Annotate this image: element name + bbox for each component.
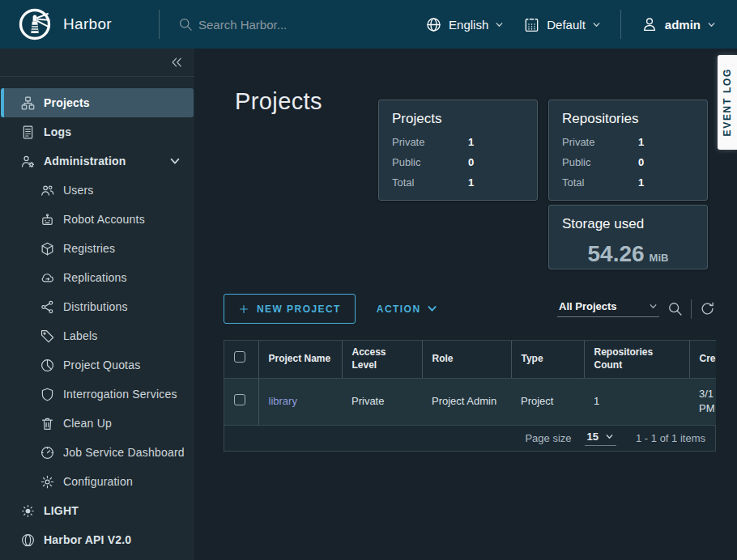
harbor-lighthouse-icon (18, 7, 52, 41)
sidebar-item-label: Project Quotas (63, 358, 140, 371)
collapse-double-chevron-icon (169, 55, 184, 70)
sidebar-item-job-service-dashboard[interactable]: Job Service Dashboard (1, 438, 194, 467)
stat-row: Total 1 (379, 176, 537, 189)
sidebar-item-label: Interrogation Services (63, 388, 177, 401)
projects-table: Project Name Access Level Role Type Repo… (224, 341, 716, 426)
row-checkbox[interactable] (234, 394, 245, 405)
cube-icon (40, 241, 55, 257)
new-project-button[interactable]: NEW PROJECT (224, 294, 356, 324)
sidebar-item-robot-accounts[interactable]: Robot Accounts (1, 205, 194, 234)
column-header-access-level[interactable]: Access Level (342, 341, 422, 378)
sidebar-nav: Projects Logs Administration Users (0, 77, 194, 554)
cloud-icon (40, 270, 55, 286)
row-select-cell (224, 378, 258, 425)
search-icon (177, 16, 194, 32)
user-label: admin (665, 18, 701, 32)
chevron-down-icon (592, 20, 601, 29)
admin-user-gear-icon (20, 154, 36, 169)
sidebar-item-label: Configuration (63, 475, 133, 488)
action-dropdown-button[interactable]: ACTION (377, 303, 437, 315)
project-link[interactable]: library (269, 395, 297, 407)
toolbar-divider (691, 299, 692, 319)
shield-icon (40, 387, 55, 402)
sidebar-item-label: Labels (63, 329, 97, 342)
table-row: library Private Project Admin Project 1 … (224, 378, 716, 425)
sidebar-item-label: Administration (44, 155, 126, 168)
sidebar-item-label: Registries (63, 242, 115, 255)
column-header-repositories-count[interactable]: Repositories Count (584, 341, 689, 378)
sidebar-item-labels[interactable]: Labels (1, 321, 194, 350)
chevron-down-icon (649, 302, 658, 311)
calendar-grid-icon (523, 16, 540, 33)
sidebar-item-label: Harbor API V2.0 (44, 533, 131, 546)
column-header-creation-time[interactable]: Cre (689, 341, 716, 378)
chevron-down-icon (605, 432, 614, 441)
refresh-button[interactable] (699, 300, 716, 317)
share-icon (40, 299, 55, 315)
stat-row: Private 1 (379, 136, 537, 148)
sidebar-collapse-button[interactable] (0, 49, 194, 77)
plus-icon (238, 303, 249, 315)
sidebar-item-project-quotas[interactable]: Project Quotas (1, 350, 194, 380)
column-header-role[interactable]: Role (422, 341, 511, 378)
datagrid-footer: Page size 15 1 - 1 of 1 items (224, 426, 716, 452)
storage-summary-card: Storage used 54.26MiB (548, 205, 708, 269)
repositories-summary-card: Repositories Private 1 Public 0 Total 1 (548, 100, 708, 201)
stat-row: Private 1 (549, 136, 707, 148)
user-menu[interactable]: admin (641, 15, 716, 33)
cell-type: Project (511, 378, 584, 425)
project-filter-select[interactable]: All Projects (557, 300, 659, 317)
sidebar-item-logs[interactable]: Logs (1, 117, 194, 146)
sidebar-item-projects[interactable]: Projects (1, 88, 194, 117)
sidebar-item-replications[interactable]: Replications (1, 263, 194, 292)
sidebar-item-administration[interactable]: Administration (1, 146, 194, 176)
sidebar: Projects Logs Administration Users (0, 49, 194, 560)
language-label: English (449, 18, 488, 32)
brand[interactable]: Harbor (0, 7, 159, 41)
header-actions: English Default admin (425, 10, 737, 39)
header-divider (159, 10, 160, 39)
sidebar-item-interrogation-services[interactable]: Interrogation Services (1, 380, 194, 409)
cell-role: Project Admin (422, 378, 511, 425)
sidebar-item-label: Job Service Dashboard (63, 446, 185, 459)
event-log-tab[interactable]: EVENT LOG (718, 55, 737, 150)
stat-row: Total 1 (549, 176, 707, 189)
sidebar-item-harbor-api[interactable]: Harbor API V2.0 (1, 525, 194, 554)
header-search (177, 16, 425, 32)
page-size-select[interactable]: 15 (585, 431, 616, 446)
projects-toolbar: NEW PROJECT ACTION All Projects (224, 294, 716, 324)
search-icon (667, 300, 684, 317)
toolbar-right: All Projects (557, 299, 716, 319)
sidebar-item-distributions[interactable]: Distributions (1, 292, 194, 321)
sidebar-item-configuration[interactable]: Configuration (1, 467, 194, 496)
sidebar-item-label: Replications (63, 271, 127, 284)
language-menu[interactable]: English (425, 16, 504, 33)
gear-icon (40, 474, 55, 490)
header-divider (620, 10, 621, 39)
sidebar-item-label: Projects (44, 96, 90, 109)
sidebar-item-theme-light[interactable]: LIGHT (1, 496, 194, 525)
projects-summary-card: Projects Private 1 Public 0 Total 1 (378, 100, 538, 201)
select-all-checkbox[interactable] (234, 351, 245, 363)
pie-chart-icon (40, 358, 55, 373)
sidebar-item-label: Logs (44, 125, 71, 138)
search-input[interactable] (198, 18, 425, 32)
projects-datagrid: Project Name Access Level Role Type Repo… (224, 340, 716, 452)
brand-name: Harbor (63, 15, 112, 33)
cell-access-level: Private (342, 378, 422, 425)
default-menu[interactable]: Default (523, 16, 601, 33)
storage-value-line: 54.26MiB (549, 241, 707, 267)
card-title: Repositories (562, 111, 694, 127)
storage-value: 54.26 (588, 241, 645, 266)
search-button[interactable] (667, 300, 684, 317)
sidebar-item-registries[interactable]: Registries (1, 234, 194, 263)
logs-icon (20, 125, 36, 140)
default-label: Default (547, 18, 586, 32)
stat-row: Public 0 (379, 156, 537, 168)
column-header-project-name[interactable]: Project Name (258, 341, 342, 378)
column-header-type[interactable]: Type (511, 341, 584, 378)
sidebar-item-users[interactable]: Users (1, 176, 194, 205)
sidebar-item-clean-up[interactable]: Clean Up (1, 409, 194, 438)
sidebar-item-label: LIGHT (44, 504, 79, 517)
chevron-down-icon (707, 20, 716, 29)
